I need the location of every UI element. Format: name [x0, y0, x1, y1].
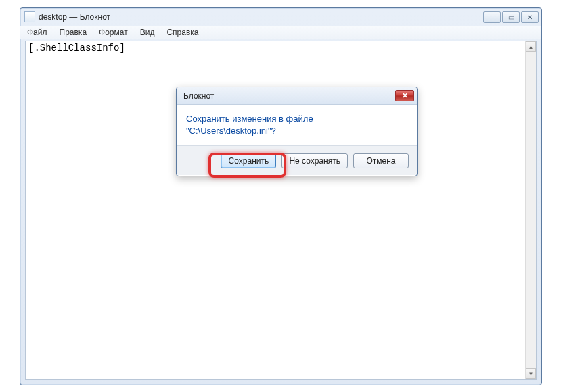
scroll-down-button[interactable]: ▼ [526, 368, 536, 379]
scroll-up-button[interactable]: ▲ [526, 41, 536, 52]
dialog-message-line2: "C:\Users\desktop.ini"? [186, 125, 407, 137]
dialog-message-line1: Сохранить изменения в файле [186, 113, 407, 125]
menubar: Файл Правка Формат Вид Справка [20, 26, 541, 39]
window-title: desktop — Блокнот [39, 12, 110, 22]
dialog-footer: Сохранить Не сохранять Отмена [177, 145, 417, 175]
menu-view[interactable]: Вид [137, 26, 158, 39]
maximize-button[interactable]: ▭ [502, 11, 520, 23]
vertical-scrollbar[interactable]: ▲ ▼ [525, 41, 536, 379]
menu-file[interactable]: Файл [24, 26, 50, 39]
save-button[interactable]: Сохранить [221, 153, 276, 168]
dialog-close-button[interactable]: ✕ [395, 90, 414, 101]
save-dialog: Блокнот ✕ Сохранить изменения в файле "C… [176, 87, 418, 176]
menu-help[interactable]: Справка [164, 26, 201, 39]
titlebar[interactable]: desktop — Блокнот — ▭ ✕ [20, 8, 541, 26]
dialog-body: Сохранить изменения в файле "C:\Users\de… [177, 105, 417, 145]
close-icon: ✕ [402, 91, 408, 100]
dialog-title: Блокнот [183, 91, 214, 101]
notepad-window: desktop — Блокнот — ▭ ✕ Файл Правка Форм… [20, 7, 542, 385]
minimize-button[interactable]: — [483, 11, 501, 23]
dont-save-button[interactable]: Не сохранять [282, 153, 348, 168]
dialog-titlebar[interactable]: Блокнот ✕ [177, 87, 417, 105]
menu-edit[interactable]: Правка [57, 26, 90, 39]
notepad-icon [24, 11, 35, 22]
close-button[interactable]: ✕ [521, 11, 539, 23]
cancel-button[interactable]: Отмена [353, 153, 409, 168]
menu-format[interactable]: Формат [96, 26, 131, 39]
